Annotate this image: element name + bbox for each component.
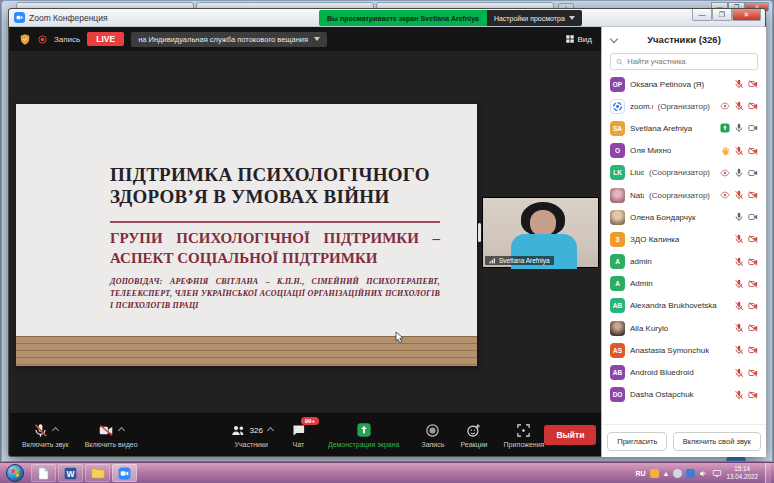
zoom-app-icon [14,12,25,23]
stream-dropdown[interactable]: на Индивидуальная служба потокового веща… [131,32,327,47]
maximize-button[interactable]: ❐ [712,9,732,21]
chevron-up-icon[interactable] [52,426,59,433]
mic-muted-icon [734,279,744,289]
participant-name: Natalia P... [630,191,644,200]
view-settings-button[interactable]: Настройки просмотра [487,10,582,26]
participant-avatar: SA [610,121,625,136]
participant-row[interactable]: Олена Бондарчук [602,206,766,228]
tray-network-icon[interactable] [686,469,695,478]
panel-footer: Пригласить Включить свой звук [602,424,766,457]
participant-name: admin [630,257,652,266]
meeting-topbar: Запись LIVE на Индивидуальная служба пот… [10,27,601,51]
participant-row[interactable]: DODasha Ostapchuk [602,384,766,406]
panel-collapse-chevron-icon[interactable] [610,35,618,43]
mic-muted-icon [734,146,744,156]
tray-volume-icon[interactable] [699,469,708,478]
search-input[interactable] [627,57,752,66]
participant-row[interactable]: OPOksana Petinova (Я) [602,73,766,95]
camera-on-icon [748,168,758,178]
participant-row[interactable]: ABAndroid Bluedroid [602,361,766,383]
people-icon [230,423,247,438]
tray-display-icon[interactable] [712,469,722,478]
participant-avatar-photo [610,210,625,225]
leave-button[interactable]: Выйти [544,425,596,445]
participant-status-icons [720,146,758,156]
invite-button[interactable]: Пригласить [607,432,667,451]
share-screen-icon [356,422,372,438]
security-shield-icon[interactable] [19,33,31,46]
taskbar-item-word[interactable]: W [58,464,83,482]
show-desktop-button[interactable] [765,463,771,483]
reactions-smiley-icon [466,423,481,438]
participant-row[interactable]: Aadmin [602,251,766,273]
camera-off-icon [748,79,758,89]
unmute-self-button[interactable]: Включить свой звук [673,432,761,451]
camera-off-icon [748,279,758,289]
mute-button[interactable]: Включить звук [22,422,69,448]
participant-name: Android Bluedroid [630,368,694,377]
close-button[interactable]: ✕ [732,9,761,21]
chat-button[interactable]: 99+ Чат [291,422,306,448]
participant-row[interactable]: LKLiudmyla...(Соорганизатор) [602,162,766,184]
tray-clock[interactable]: 15:14 13.04.2022 [726,465,758,481]
camera-off-icon [748,323,758,333]
start-button[interactable] [6,464,24,482]
chevron-up-icon[interactable] [267,426,274,433]
participant-avatar: LK [610,165,625,180]
participant-role: (Организатор) [658,102,711,111]
record-button[interactable]: Запись [421,422,444,448]
participant-row[interactable]: Natalia P...(Соорганизатор) [602,184,766,206]
participant-name: Alexandra Brukhovetska [630,301,717,310]
live-badge: LIVE [87,32,124,46]
tray-hidden-icons-caret[interactable]: ▲ [663,470,670,477]
apps-button[interactable]: Приложения [503,422,544,448]
participant-status-icons [734,212,758,222]
chevron-up-icon[interactable] [118,426,125,433]
video-participant-name: Svetlana Arefniya [499,257,550,264]
participant-row[interactable]: AAdmin [602,273,766,295]
participant-row[interactable]: ABAlexandra Brukhovetska [602,295,766,317]
mic-muted-icon [734,301,744,311]
participant-row[interactable]: ЗЗДО Калинка [602,228,766,250]
reactions-label: Реакции [460,441,487,448]
video-drag-handle[interactable] [478,223,481,242]
mic-on-icon [734,123,744,133]
zoom-window: Zoom Конференция Вы просматриваете экран… [8,8,766,457]
participant-row[interactable]: OОля Михно [602,140,766,162]
participant-name: Олена Бондарчук [630,213,696,222]
participant-row[interactable]: ASAnastasia Symonchuk [602,339,766,361]
chat-icon [291,423,306,438]
mic-muted-icon [734,345,744,355]
viewing-share-eye-icon [720,101,730,111]
participant-video-tile[interactable]: Svetlana Arefniya [482,197,599,268]
taskbar-item-zoom[interactable] [112,464,137,482]
participant-row[interactable]: Alla Kurylo [602,317,766,339]
participants-count: 326 [250,426,263,435]
participant-name: zoom.umo... [630,102,653,111]
participant-row[interactable]: SASvetlana Arefniya [602,117,766,139]
taskbar-item-folder[interactable] [85,464,110,482]
participant-row[interactable]: zoom.umo...(Организатор) [602,95,766,117]
participants-button[interactable]: 326 Участники [230,422,273,448]
language-indicator[interactable]: RU [635,470,645,477]
participant-status-icons [734,345,758,355]
mic-muted-icon [734,257,744,267]
word-icon: W [64,467,77,480]
record-icon [425,423,440,438]
view-button[interactable]: Вид [565,34,592,44]
tray-status-icon[interactable] [673,469,682,478]
share-screen-button[interactable]: Демонстрация экрана [328,422,400,448]
apps-label: Приложения [503,441,544,448]
video-button[interactable]: Включить видео [85,422,138,448]
participant-status-icons [734,390,758,400]
participant-avatar: AB [610,365,625,380]
video-name-label: Svetlana Arefniya [485,256,554,265]
clock-time: 15:14 [734,465,750,472]
minimize-button[interactable]: — [692,9,712,21]
reactions-button[interactable]: Реакции [460,422,487,448]
participant-name: Alla Kurylo [630,324,668,333]
search-box[interactable] [610,53,758,70]
tray-app-icon[interactable] [650,469,659,478]
taskbar-item-document[interactable] [31,464,56,482]
system-tray: RU ▲ 15:14 13.04.2022 [635,463,774,483]
